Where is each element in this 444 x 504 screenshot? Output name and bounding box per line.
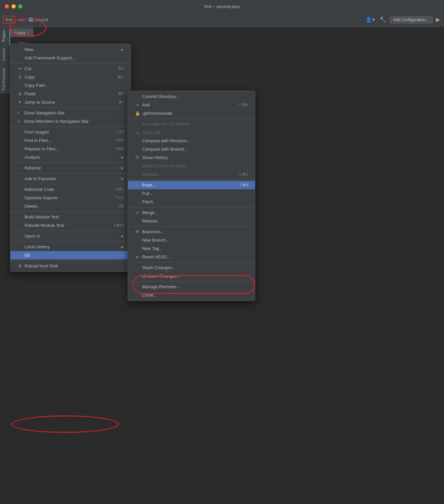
menu-item-new[interactable]: New ▶ bbox=[10, 45, 131, 54]
git-sep-4 bbox=[128, 226, 255, 226]
submenu-arrow-local-history: ▶ bbox=[121, 245, 124, 249]
menu-item-jump-source[interactable]: ✎ Jump to Source ⌘↓ bbox=[10, 98, 131, 106]
branches-icon: Ψ bbox=[135, 230, 140, 234]
menu-item-compare-branch[interactable]: Compare with Branch... bbox=[128, 145, 255, 153]
separator-8 bbox=[10, 231, 131, 231]
menu-item-clone[interactable]: Clone... bbox=[128, 291, 255, 299]
menu-item-cut[interactable]: ✂ Cut ⌘X bbox=[10, 64, 131, 73]
menu-item-refactor[interactable]: Refactor ▶ bbox=[10, 164, 131, 172]
toolbar: first › src › 🅲 second 👤▾ 🔨 Add Configur… bbox=[0, 13, 444, 27]
menu-item-find-files[interactable]: Find in Files... ⇧⌘F bbox=[10, 136, 131, 145]
menu-item-copy-path[interactable]: Copy Path... bbox=[10, 81, 131, 90]
menu-item-replace-files[interactable]: Replace in Files... ⇧⌘R bbox=[10, 145, 131, 153]
push-shortcut: ⇧⌘K bbox=[239, 183, 248, 187]
push-icon: ↗ bbox=[135, 183, 140, 188]
traffic-lights bbox=[5, 4, 23, 9]
breadcrumb-sep-1: › bbox=[16, 18, 18, 22]
tab-d-java[interactable]: d.java × bbox=[10, 29, 33, 37]
menu-item-analyze[interactable]: Analyze ▶ bbox=[10, 153, 131, 161]
menu-item-stash[interactable]: Stash Changes... bbox=[128, 263, 255, 272]
paste-icon: ⎗ bbox=[17, 92, 23, 96]
find-files-shortcut: ⇧⌘F bbox=[115, 138, 124, 143]
submenu-arrow-analyze: ▶ bbox=[121, 155, 124, 159]
menu-item-new-tag[interactable]: New Tag... bbox=[128, 244, 255, 253]
sidebar-tab-pull-requests[interactable]: Pull Requests bbox=[0, 64, 10, 94]
menu-item-branches[interactable]: Ψ Branches... bbox=[128, 228, 255, 236]
build-button[interactable]: 🔨 bbox=[378, 16, 388, 23]
add-icon: + bbox=[135, 103, 140, 107]
menu-item-build-module[interactable]: Build Module 'first' bbox=[10, 213, 131, 221]
menu-item-rollback: Rollback... ⌥⌘Z bbox=[128, 170, 255, 179]
menu-item-push[interactable]: ↗ Push... ⇧⌘K bbox=[128, 181, 255, 189]
context-menu-left: New ▶ Add Framework Support... ✂ Cut ⌘X … bbox=[10, 44, 131, 272]
menu-item-add[interactable]: + Add ⌥⌘A bbox=[128, 101, 255, 109]
menu-item-compare-revision[interactable]: Compare with Revision... bbox=[128, 137, 255, 145]
menu-item-reload[interactable]: ↺ Reload from Disk bbox=[10, 262, 131, 270]
reset-icon: ↩ bbox=[135, 255, 140, 259]
check-nav-bar: ✓ bbox=[17, 111, 22, 115]
sidebar-tabs: Project Commit Pull Requests bbox=[0, 27, 10, 94]
tab-close-icon[interactable]: × bbox=[27, 31, 29, 35]
menu-item-optimize-imports[interactable]: Optimize Imports ^⌥O bbox=[10, 194, 131, 202]
menu-item-copy[interactable]: ⎘ Copy ⌘C bbox=[10, 73, 131, 81]
breadcrumb-src[interactable]: src bbox=[19, 17, 25, 22]
sidebar-tab-project[interactable]: Project bbox=[0, 27, 10, 45]
menu-item-reformat[interactable]: Reformat Code ⌥⌘L bbox=[10, 185, 131, 194]
separator-7 bbox=[10, 211, 131, 212]
menu-item-find-usages[interactable]: Find Usages ⌥F7 bbox=[10, 128, 131, 136]
add-shortcut: ⌥⌘A bbox=[238, 103, 248, 107]
maximize-button[interactable] bbox=[18, 4, 23, 9]
separator-3 bbox=[10, 127, 131, 127]
context-menu-git: Commit Directory... + Add ⌥⌘A 🔒 .git/inf… bbox=[128, 91, 255, 301]
breadcrumb-sep-2: › bbox=[26, 18, 28, 22]
paste-shortcut: ⌘V bbox=[118, 92, 124, 96]
menu-item-show-history[interactable]: ⏱ Show History bbox=[128, 153, 255, 162]
menu-item-reset-head[interactable]: ↩ Reset HEAD... bbox=[128, 253, 255, 261]
menu-item-paste[interactable]: ⎗ Paste ⌘V bbox=[10, 90, 131, 98]
menu-item-show-current-revision: Show Current Revision bbox=[128, 162, 255, 170]
window-title: first – second.java bbox=[205, 4, 240, 9]
submenu-arrow-refactor: ▶ bbox=[121, 166, 124, 170]
tab-bar: d.java × bbox=[10, 27, 33, 37]
menu-item-local-history[interactable]: Local History ▶ bbox=[10, 243, 131, 251]
menu-item-rebase[interactable]: Rebase... bbox=[128, 217, 255, 225]
git-sep-5 bbox=[128, 262, 255, 262]
menu-item-commit-dir[interactable]: Commit Directory... bbox=[128, 92, 255, 101]
menu-item-show-nav-bar[interactable]: ✓ Show Navigation Bar bbox=[10, 109, 131, 117]
optimize-shortcut: ^⌥O bbox=[115, 196, 124, 200]
menu-item-open-in[interactable]: Open In ▶ bbox=[10, 232, 131, 240]
separator-4 bbox=[10, 162, 131, 163]
add-configuration-button[interactable]: Add Configuration... bbox=[390, 16, 433, 23]
menu-item-new-branch[interactable]: New Branch... bbox=[128, 236, 255, 244]
separator-6 bbox=[10, 184, 131, 184]
close-button[interactable] bbox=[5, 4, 9, 9]
menu-item-rebuild-module[interactable]: Rebuild Module 'first' ⇧⌘F9 bbox=[10, 221, 131, 230]
breadcrumb-first[interactable]: first bbox=[3, 16, 15, 23]
git-sep-2 bbox=[128, 180, 255, 180]
reload-icon: ↺ bbox=[17, 264, 23, 268]
menu-item-delete[interactable]: Delete... ⌫ bbox=[10, 202, 131, 210]
breadcrumb: first › src › 🅲 second bbox=[3, 16, 48, 23]
menu-item-pull[interactable]: Pull... bbox=[128, 189, 255, 198]
menu-item-manage-remotes[interactable]: Manage Remotes... bbox=[128, 283, 255, 291]
breadcrumb-second[interactable]: second bbox=[34, 17, 48, 22]
jump-shortcut: ⌘↓ bbox=[119, 100, 124, 104]
copy-shortcut: ⌘C bbox=[118, 75, 124, 79]
separator-5 bbox=[10, 173, 131, 173]
run-button[interactable]: ▶ bbox=[435, 16, 441, 23]
menu-item-gitinfo-exclude[interactable]: 🔒 .git/info/exclude bbox=[128, 109, 255, 117]
minimize-button[interactable] bbox=[11, 4, 16, 9]
vcs-user-button[interactable]: 👤▾ bbox=[364, 16, 376, 23]
menu-item-show-members[interactable]: ✓ Show Members in Navigation Bar bbox=[10, 117, 131, 125]
menu-item-show-diff: ◈ Show Diff bbox=[128, 128, 255, 137]
replace-files-shortcut: ⇧⌘R bbox=[115, 147, 124, 151]
menu-item-git[interactable]: Git ▶ bbox=[10, 251, 131, 259]
sidebar-tab-commit[interactable]: Commit bbox=[0, 45, 10, 64]
menu-item-merge[interactable]: ⤢ Merge... bbox=[128, 208, 255, 217]
menu-item-unstash[interactable]: Unstash Changes... bbox=[128, 272, 255, 280]
menu-item-add-favorites[interactable]: Add to Favorites ▶ bbox=[10, 174, 131, 183]
menu-item-fetch[interactable]: Fetch bbox=[128, 198, 255, 206]
menu-item-add-framework[interactable]: Add Framework Support... bbox=[10, 54, 131, 62]
copy-icon: ⎘ bbox=[17, 75, 23, 80]
cut-shortcut: ⌘X bbox=[118, 66, 124, 71]
